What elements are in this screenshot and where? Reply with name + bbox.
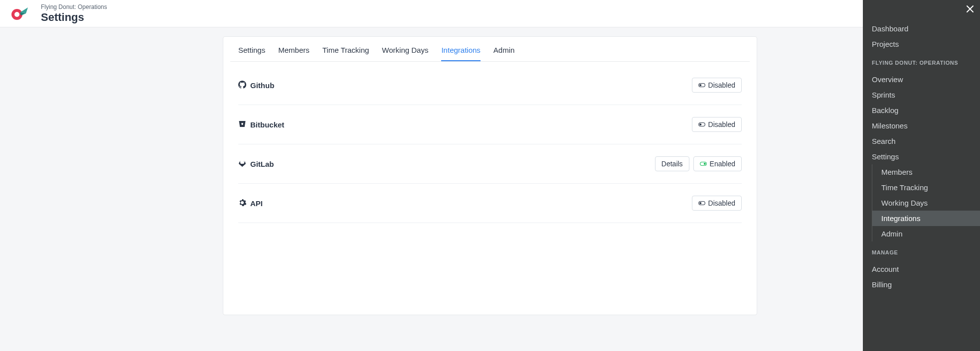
toggle-off-icon xyxy=(698,121,705,128)
toggle-button-bitbucket[interactable]: Disabled xyxy=(692,117,742,132)
integration-row-gitlab: GitLab Details Enabled xyxy=(238,144,742,184)
svg-point-9 xyxy=(699,202,701,204)
gitlab-icon xyxy=(238,159,246,169)
toggle-button-api[interactable]: Disabled xyxy=(692,196,742,211)
header: Flying Donut: Operations Settings xyxy=(0,0,980,27)
github-icon xyxy=(238,81,246,90)
bitbucket-icon xyxy=(238,120,246,129)
tabs: Settings Members Time Tracking Working D… xyxy=(230,37,750,62)
tab-members[interactable]: Members xyxy=(278,44,310,61)
toggle-button-github[interactable]: Disabled xyxy=(692,78,742,93)
header-titles: Flying Donut: Operations Settings xyxy=(41,3,107,24)
status-label: Disabled xyxy=(708,120,735,128)
svg-point-5 xyxy=(699,123,701,125)
integration-name: Bitbucket xyxy=(250,120,284,129)
integration-name: Github xyxy=(250,81,274,90)
integration-row-bitbucket: Bitbucket Disabled xyxy=(238,105,742,144)
toggle-off-icon xyxy=(698,200,705,207)
details-label: Details xyxy=(661,160,683,168)
tab-settings[interactable]: Settings xyxy=(238,44,265,61)
tab-integrations[interactable]: Integrations xyxy=(441,44,480,61)
sidebar-sub-working-days[interactable]: Working Days xyxy=(872,195,980,211)
integration-row-api: API Disabled xyxy=(238,184,742,223)
sidebar-item-backlog[interactable]: Backlog xyxy=(863,103,980,118)
details-button-gitlab[interactable]: Details xyxy=(655,156,689,171)
toggle-off-icon xyxy=(698,82,705,89)
sidebar-item-milestones[interactable]: Milestones xyxy=(863,118,980,133)
status-label: Disabled xyxy=(708,81,735,89)
status-label: Enabled xyxy=(710,160,735,168)
svg-point-3 xyxy=(699,84,701,86)
gear-icon xyxy=(238,199,246,208)
sidebar-item-dashboard[interactable]: Dashboard xyxy=(863,21,980,36)
tab-time-tracking[interactable]: Time Tracking xyxy=(323,44,369,61)
sidebar-item-search[interactable]: Search xyxy=(863,133,980,149)
sidebar-heading-project: FLYING DONUT: OPERATIONS xyxy=(863,55,980,69)
integration-name: API xyxy=(250,199,263,208)
sidebar-sub-integrations[interactable]: Integrations xyxy=(872,211,980,226)
tab-admin[interactable]: Admin xyxy=(493,44,515,61)
status-label: Disabled xyxy=(708,199,735,207)
app-logo xyxy=(9,3,29,23)
breadcrumb: Flying Donut: Operations xyxy=(41,3,107,10)
sidebar-item-sprints[interactable]: Sprints xyxy=(863,87,980,103)
sidebar-item-overview[interactable]: Overview xyxy=(863,72,980,87)
sidebar-sub-admin[interactable]: Admin xyxy=(872,226,980,241)
close-icon[interactable] xyxy=(964,3,976,15)
sidebar-heading-manage: MANAGE xyxy=(863,244,980,258)
svg-point-7 xyxy=(703,163,705,165)
sidebar-item-account[interactable]: Account xyxy=(863,261,980,277)
integration-list: Github Disabled Bitbuc xyxy=(223,62,757,227)
sidebar: Dashboard Projects FLYING DONUT: OPERATI… xyxy=(863,0,980,351)
toggle-button-gitlab[interactable]: Enabled xyxy=(693,156,742,171)
page-title: Settings xyxy=(41,11,107,24)
tab-working-days[interactable]: Working Days xyxy=(382,44,428,61)
sidebar-sub-time-tracking[interactable]: Time Tracking xyxy=(872,180,980,195)
content: Settings Members Time Tracking Working D… xyxy=(0,27,980,324)
svg-point-1 xyxy=(14,12,19,17)
toggle-on-icon xyxy=(700,160,707,167)
integration-name: GitLab xyxy=(250,160,274,168)
sidebar-item-settings[interactable]: Settings xyxy=(863,149,980,164)
sidebar-sub-members[interactable]: Members xyxy=(872,164,980,180)
integration-row-github: Github Disabled xyxy=(238,66,742,105)
settings-panel: Settings Members Time Tracking Working D… xyxy=(223,36,757,315)
sidebar-item-billing[interactable]: Billing xyxy=(863,277,980,292)
sidebar-item-projects[interactable]: Projects xyxy=(863,36,980,52)
